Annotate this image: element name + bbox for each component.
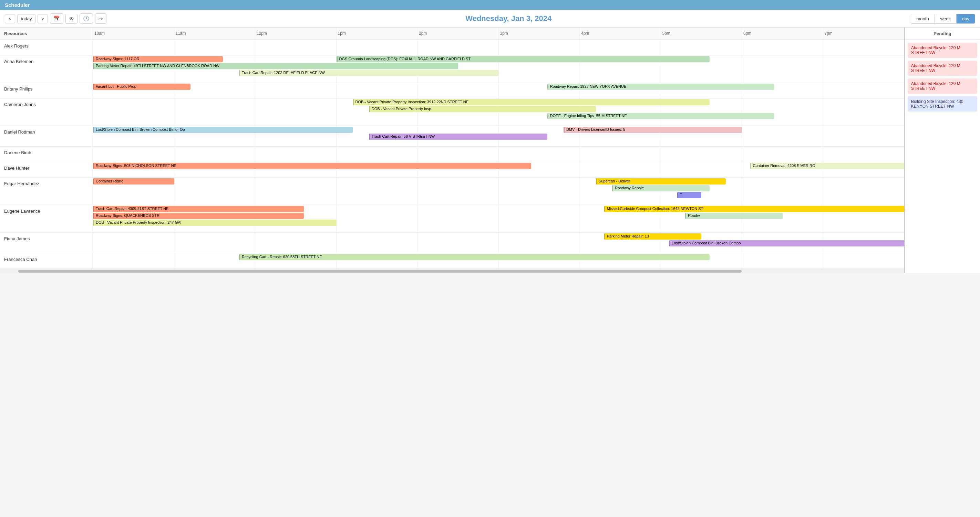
view-icon-button[interactable]: 👁 xyxy=(65,14,78,24)
timeline-cell: Lost/Stolen Compost Bin, Broken Compost … xyxy=(93,126,904,146)
timeline-cell: Trash Cart Repair: 4309 21ST STREET NEMi… xyxy=(93,205,904,232)
event-bar[interactable]: Container Remc xyxy=(93,178,174,184)
event-bar[interactable]: DOEE - Engine Idling Tips: 55 M STREET N… xyxy=(547,113,774,119)
time-header-4pm: 4pm xyxy=(580,27,661,40)
view-buttons: month week day xyxy=(911,14,975,24)
pending-item[interactable]: Abandoned Bicycle: 120 M STREET NW xyxy=(908,60,977,76)
prev-button[interactable]: < xyxy=(5,14,15,24)
time-header-6pm: 6pm xyxy=(742,27,823,40)
resource-name: Alex Rogers xyxy=(0,40,93,55)
event-bar[interactable]: Lost/Stolen Compost Bin, Broken Compo xyxy=(669,240,904,246)
grid-row: Daniel RodmanLost/Stolen Compost Bin, Br… xyxy=(0,126,904,147)
scheduler-container: Resources 10am11am12pm1pm2pm3pm4pm5pm6pm… xyxy=(0,27,980,273)
time-header-2pm: 2pm xyxy=(417,27,499,40)
time-header-12pm: 12pm xyxy=(255,27,337,40)
timeline-cell xyxy=(93,147,904,162)
pending-item[interactable]: Abandoned Bicycle: 120 M STREET NW xyxy=(908,43,977,58)
day-view-button[interactable]: day xyxy=(956,14,975,24)
clock-icon-button[interactable]: 🕐 xyxy=(80,13,93,24)
timeline-cell: Roadway Signs: 503 NICHOLSON STREET NECo… xyxy=(93,162,904,177)
grid-row: Britany PhilipsVacant Lot - Public PropR… xyxy=(0,83,904,98)
event-bar[interactable]: T xyxy=(677,192,702,198)
month-view-button[interactable]: month xyxy=(911,14,935,24)
event-bar[interactable]: Parking Meter Repair: 49TH STREET NW AND… xyxy=(93,63,458,69)
event-bar[interactable]: Roadway Signs: QUACKENBOS STR xyxy=(93,213,304,219)
event-bar[interactable]: DOB - Vacant Private Property Insp xyxy=(369,106,596,112)
event-bar[interactable]: DOB - Vacant Private Property Inspection… xyxy=(353,99,710,105)
event-bar[interactable]: Roadway Repair: 1923 NEW YORK AVENUE xyxy=(547,84,774,90)
resource-name: Daniel Rodman xyxy=(0,126,93,146)
timeline-cell: Recycling Cart - Repair: 620 58TH STREET… xyxy=(93,253,904,268)
event-bar[interactable]: DGS Grounds Landscaping (DGS): FOXHALL R… xyxy=(337,56,710,62)
next-button[interactable]: > xyxy=(38,14,48,24)
time-header-5pm: 5pm xyxy=(661,27,742,40)
timeline-cell xyxy=(93,40,904,55)
app-wrapper: Scheduler < today > 📅 👁 🕐 ↦ Wednesday, J… xyxy=(0,0,980,273)
grid-row: Anna KelemenRoadway Signs: 1117 ORDGS Gr… xyxy=(0,56,904,83)
app-header: Scheduler xyxy=(0,0,980,10)
time-header-10am: 10am xyxy=(93,27,174,40)
grid-row: Alex Rogers xyxy=(0,40,904,56)
event-bar[interactable]: Supercan - Deliver xyxy=(596,178,726,184)
grid-header: Resources 10am11am12pm1pm2pm3pm4pm5pm6pm… xyxy=(0,27,904,40)
event-bar[interactable]: Trash Cart Repair: 1202 DELAFIELD PLACE … xyxy=(239,70,499,76)
timeline-cell: DOB - Vacant Private Property Inspection… xyxy=(93,98,904,125)
event-bar[interactable]: Lost/Stolen Compost Bin, Broken Compost … xyxy=(93,127,353,133)
main-grid: Resources 10am11am12pm1pm2pm3pm4pm5pm6pm… xyxy=(0,27,904,273)
event-bar[interactable]: Recycling Cart - Repair: 620 58TH STREET… xyxy=(239,254,710,260)
grid-row: Darlene Birch xyxy=(0,147,904,162)
resource-name: Darlene Birch xyxy=(0,147,93,162)
resource-name: Edgar Hernández xyxy=(0,178,93,205)
today-button[interactable]: today xyxy=(17,14,36,24)
grid-row: Fiona JamesParking Meter Repair: 13Lost/… xyxy=(0,233,904,253)
event-bar[interactable]: Trash Cart Repair: 58 V STREET NW xyxy=(369,133,547,140)
event-bar[interactable]: Container Removal: 4208 RIVER RO xyxy=(750,163,904,169)
grid-row: Eugene LawrenceTrash Cart Repair: 4309 2… xyxy=(0,205,904,233)
resource-name: Francesca Chan xyxy=(0,253,93,268)
fit-icon-button[interactable]: ↦ xyxy=(95,13,107,24)
event-bar[interactable]: Roadway Repair: xyxy=(612,185,710,191)
event-bar[interactable]: Roadw xyxy=(685,213,783,219)
event-bar[interactable]: DOB - Vacant Private Property Inspection… xyxy=(93,220,337,226)
resource-name: Fiona James xyxy=(0,233,93,253)
grid-row: Dave HunterRoadway Signs: 503 NICHOLSON … xyxy=(0,162,904,178)
grid-row: Edgar HernándezContainer RemcSupercan - … xyxy=(0,178,904,205)
event-bar[interactable]: Vacant Lot - Public Prop xyxy=(93,84,191,90)
week-view-button[interactable]: week xyxy=(935,14,956,24)
event-bar[interactable]: Missed Curbside Compost Collection: 1642… xyxy=(604,206,904,212)
scrollbar-thumb xyxy=(18,270,741,273)
pending-item[interactable]: Abandoned Bicycle: 120 M STREET NW xyxy=(908,78,977,94)
event-bar[interactable]: Roadway Signs: 1117 OR xyxy=(93,56,223,62)
time-headers: 10am11am12pm1pm2pm3pm4pm5pm6pm7pm xyxy=(93,27,904,40)
time-header-1pm: 1pm xyxy=(337,27,418,40)
grid-row: Francesca ChanRecycling Cart - Repair: 6… xyxy=(0,253,904,269)
toolbar: < today > 📅 👁 🕐 ↦ Wednesday, Jan 3, 2024… xyxy=(0,10,980,27)
app-title: Scheduler xyxy=(5,2,30,8)
event-bar[interactable]: DMV - Drivers License/ID Issues: 5 xyxy=(563,127,742,133)
time-header-3pm: 3pm xyxy=(499,27,580,40)
resource-name: Anna Kelemen xyxy=(0,56,93,82)
resource-col-header: Resources xyxy=(0,27,93,40)
grid-row: Cameron JohnsDOB - Vacant Private Proper… xyxy=(0,98,904,126)
pending-item[interactable]: Building Site Inspection: 430 KENYON STR… xyxy=(908,97,977,111)
event-bar[interactable]: Trash Cart Repair: 4309 21ST STREET NE xyxy=(93,206,304,212)
resource-name: Cameron Johns xyxy=(0,98,93,125)
time-header-7pm: 7pm xyxy=(823,27,905,40)
pending-list: Abandoned Bicycle: 120 M STREET NWAbando… xyxy=(905,40,980,114)
event-bar[interactable]: Roadway Signs: 503 NICHOLSON STREET NE xyxy=(93,163,531,169)
date-title: Wednesday, Jan 3, 2024 xyxy=(108,14,909,23)
resource-name: Dave Hunter xyxy=(0,162,93,177)
timeline-cell: Container RemcSupercan - DeliverRoadway … xyxy=(93,178,904,205)
timeline-cell: Vacant Lot - Public PropRoadway Repair: … xyxy=(93,83,904,98)
timeline-cell: Roadway Signs: 1117 ORDGS Grounds Landsc… xyxy=(93,56,904,82)
horizontal-scrollbar[interactable] xyxy=(0,269,904,273)
time-header-11am: 11am xyxy=(174,27,256,40)
pending-header: Pending xyxy=(905,27,980,40)
timeline-cell: Parking Meter Repair: 13Lost/Stolen Comp… xyxy=(93,233,904,253)
resource-name: Eugene Lawrence xyxy=(0,205,93,232)
pending-panel: Pending Abandoned Bicycle: 120 M STREET … xyxy=(904,27,980,273)
calendar-icon-button[interactable]: 📅 xyxy=(50,13,64,24)
event-bar[interactable]: Parking Meter Repair: 13 xyxy=(604,233,702,239)
grid-body: Alex RogersAnna KelemenRoadway Signs: 11… xyxy=(0,40,904,269)
resource-name: Britany Philips xyxy=(0,83,93,98)
